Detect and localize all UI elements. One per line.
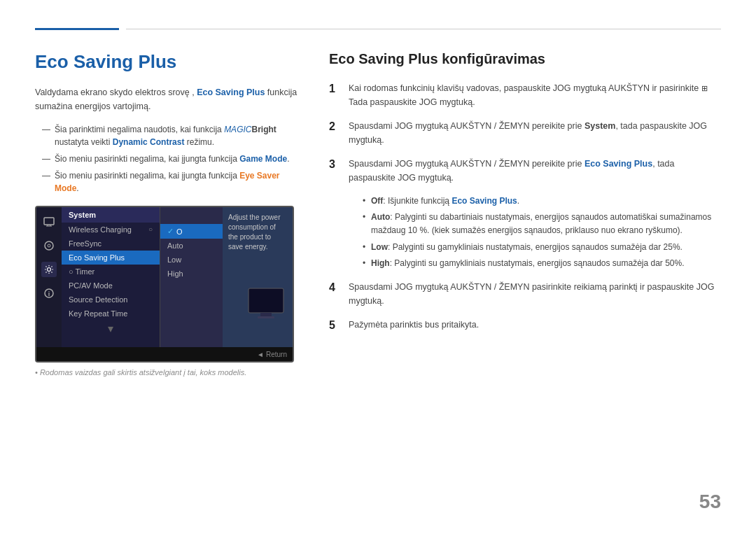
note-2: Šio meniu pasirinkti negalima, kai įjung…: [35, 153, 301, 165]
right-section-title: Eco Saving Plus konfigūravimas: [329, 51, 721, 67]
step-3-bold: Eco Saving Plus: [584, 159, 652, 169]
step-4-text: Spausdami JOG mygtuką AUKŠTYN / ŽEMYN pa…: [349, 280, 721, 308]
svg-rect-12: [258, 316, 274, 318]
note-2-text: Šio meniu pasirinkti negalima, kai įjung…: [55, 153, 290, 165]
bullet-off: Off: Išjunkite funkciją Eco Saving Plus.: [363, 195, 721, 208]
intro-bold: Eco Saving Plus: [195, 87, 265, 97]
steps-list: 1 Kai rodomas funkcinių klavišų vadovas,…: [329, 81, 721, 335]
submenu-item-off: O: [160, 224, 223, 239]
step-3-text: Spausdami JOG mygtuką AUKŠTYN / ŽEMYN pe…: [349, 157, 721, 185]
info-text: Adjust the power consumption of the prod…: [228, 213, 281, 251]
note-1-text: Šia parinktimi negalima naudotis, kai fu…: [55, 123, 301, 148]
svg-rect-11: [260, 313, 272, 316]
step-1-num: 1: [329, 80, 342, 98]
step-2-num: 2: [329, 118, 342, 136]
step-5-text: Pažymėta parinktis bus pritaikyta.: [349, 318, 721, 332]
note-3: Šio meniu pasirinkti negalima, kai įjung…: [35, 169, 301, 195]
svg-point-6: [48, 268, 51, 272]
menu-item-wireless: Wireless Charging ○: [62, 223, 160, 237]
monitor-screen: i System Wireless Charging ○ FreeSync Ec…: [36, 207, 293, 347]
page: Eco Saving Plus Valdydama ekrano skydo e…: [0, 0, 756, 534]
menu-item-pcav: PC/AV Mode: [62, 279, 160, 293]
menu-item-freesync: FreeSync: [62, 237, 160, 251]
submenu-item-auto: Auto: [160, 239, 223, 253]
monitor-icon-monitor: [41, 214, 57, 230]
svg-text:i: i: [48, 290, 50, 297]
monitor-image-area: [228, 266, 287, 322]
menu-item-source: Source Detection: [62, 293, 160, 307]
menu-item-keyrepeat: Key Repeat Time: [62, 307, 160, 321]
bullets-container: Off: Išjunkite funkciją Eco Saving Plus.…: [349, 195, 721, 270]
menu-item-eco: Eco Saving Plus: [62, 251, 160, 265]
monitor-icon-adjustments: [41, 238, 57, 253]
grid-icon: ⊞: [701, 83, 708, 95]
bullet-high: High: Palyginti su gamykliniais nustatym…: [363, 257, 721, 270]
top-line-gray: [126, 29, 721, 29]
bullet-auto: Auto: Palyginti su dabartiniais nustatym…: [363, 211, 721, 237]
step-2-bold: System: [584, 121, 615, 131]
monitor-sidebar: i: [36, 207, 62, 347]
monitor-icon-gear: [41, 262, 57, 277]
bullet-low: Low: Palyginti su gamykliniais nustatyma…: [363, 241, 721, 254]
return-label: Return: [266, 351, 287, 358]
note-3-text: Šio meniu pasirinkti negalima, kai įjung…: [55, 169, 301, 195]
intro-text-before: Valdydama ekrano skydo elektros srovę ,: [35, 87, 195, 97]
submenu-panel: O Auto Low High: [160, 207, 223, 347]
svg-rect-10: [249, 289, 283, 312]
step-3-num: 3: [329, 155, 342, 174]
step-5: 5 Pažymėta parinktis bus pritaikyta.: [329, 318, 721, 335]
footnote: Rodomas vaizdas gali skirtis atsižvelgia…: [35, 368, 301, 377]
page-number: 53: [699, 491, 721, 513]
bullet-list: Off: Išjunkite funkciją Eco Saving Plus.…: [363, 195, 721, 270]
submenu-item-high: High: [160, 267, 223, 281]
intro-paragraph: Valdydama ekrano skydo elektros srovę , …: [35, 85, 301, 113]
content-layout: Eco Saving Plus Valdydama ekrano skydo e…: [35, 51, 721, 377]
right-column: Eco Saving Plus konfigūravimas 1 Kai rod…: [329, 51, 721, 377]
note-1: Šia parinktimi negalima naudotis, kai fu…: [35, 123, 301, 148]
submenu-item-low: Low: [160, 253, 223, 267]
step-4-num: 4: [329, 279, 342, 297]
svg-rect-0: [44, 218, 54, 225]
menu-item-timer: ○ Timer: [62, 265, 160, 279]
scroll-indicator: ▾: [62, 321, 160, 337]
step-5-num: 5: [329, 316, 342, 335]
svg-point-5: [48, 244, 50, 247]
return-button: ◄ Return: [257, 351, 287, 358]
menu-header: System: [62, 207, 160, 223]
monitor-icon-info: i: [41, 286, 57, 301]
step-1: 1 Kai rodomas funkcinių klavišų vadovas,…: [329, 81, 721, 109]
step-4: 4 Spausdami JOG mygtuką AUKŠTYN / ŽEMYN …: [329, 280, 721, 308]
left-column: Eco Saving Plus Valdydama ekrano skydo e…: [35, 51, 301, 377]
left-section-title: Eco Saving Plus: [35, 51, 301, 73]
monitor-bottom-bar: ◄ Return: [36, 347, 293, 361]
menu-panel: System Wireless Charging ○ FreeSync Eco …: [62, 207, 160, 347]
top-line-blue: [35, 28, 119, 30]
monitor-mockup: i System Wireless Charging ○ FreeSync Ec…: [35, 206, 294, 363]
step-2-text: Spausdami JOG mygtuką AUKŠTYN / ŽEMYN pe…: [349, 119, 721, 147]
step-3: 3 Spausdami JOG mygtuką AUKŠTYN / ŽEMYN …: [329, 157, 721, 185]
step-2: 2 Spausdami JOG mygtuką AUKŠTYN / ŽEMYN …: [329, 119, 721, 147]
info-panel: Adjust the power consumption of the prod…: [223, 207, 293, 347]
top-lines: [35, 28, 721, 30]
step-1-text: Kai rodomas funkcinių klavišų vadovas, p…: [349, 81, 721, 109]
svg-point-4: [45, 241, 53, 250]
